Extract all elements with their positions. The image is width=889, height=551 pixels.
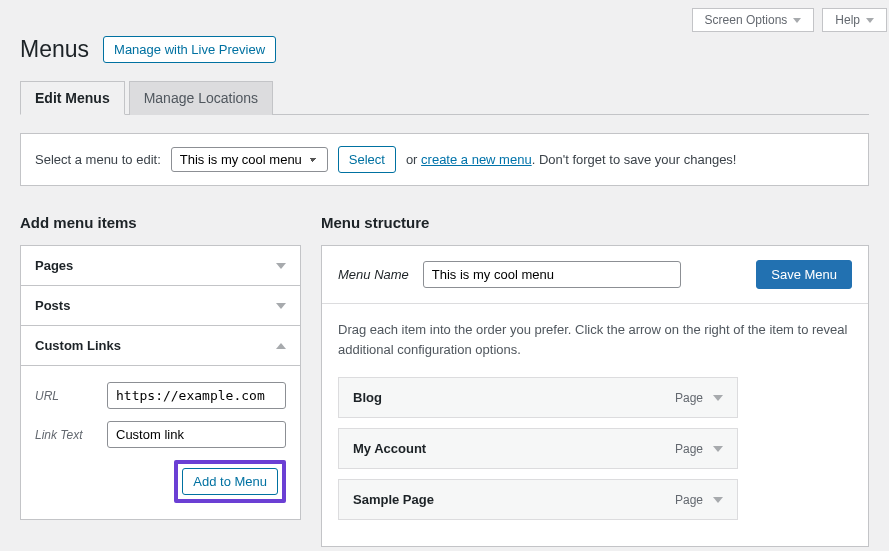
chevron-down-icon <box>276 263 286 269</box>
menu-select-bar: Select a menu to edit: This is my cool m… <box>20 133 869 186</box>
save-menu-button[interactable]: Save Menu <box>756 260 852 289</box>
menu-item-title: Blog <box>353 390 382 405</box>
menu-item-title: Sample Page <box>353 492 434 507</box>
link-text-label: Link Text <box>35 428 107 442</box>
tab-manage-locations[interactable]: Manage Locations <box>129 81 273 115</box>
menu-structure-heading: Menu structure <box>321 214 869 231</box>
url-label: URL <box>35 389 107 403</box>
link-text-input[interactable] <box>107 421 286 448</box>
menu-select[interactable]: This is my cool menu <box>171 147 328 172</box>
create-menu-link[interactable]: create a new menu <box>421 152 532 167</box>
menu-item-title: My Account <box>353 441 426 456</box>
menu-item[interactable]: Sample Page Page <box>338 479 738 520</box>
page-title: Menus <box>20 36 89 63</box>
panel-posts[interactable]: Posts <box>21 286 300 326</box>
help-button[interactable]: Help <box>822 8 887 32</box>
menu-name-input[interactable] <box>423 261 681 288</box>
instructions-text: Drag each item into the order you prefer… <box>338 320 852 359</box>
panel-custom-links[interactable]: Custom Links <box>21 326 300 366</box>
menu-item[interactable]: Blog Page <box>338 377 738 418</box>
chevron-up-icon <box>276 343 286 349</box>
panel-pages[interactable]: Pages <box>21 246 300 286</box>
chevron-down-icon <box>866 18 874 23</box>
tabs: Edit Menus Manage Locations <box>20 81 869 115</box>
tab-edit-menus[interactable]: Edit Menus <box>20 81 125 115</box>
select-menu-label: Select a menu to edit: <box>35 152 161 167</box>
select-button[interactable]: Select <box>338 146 396 173</box>
chevron-down-icon <box>793 18 801 23</box>
add-items-heading: Add menu items <box>20 214 301 231</box>
chevron-down-icon <box>713 395 723 401</box>
screen-options-button[interactable]: Screen Options <box>692 8 815 32</box>
live-preview-button[interactable]: Manage with Live Preview <box>103 36 276 63</box>
add-to-menu-button[interactable]: Add to Menu <box>182 468 278 495</box>
chevron-down-icon <box>276 303 286 309</box>
add-to-menu-highlight: Add to Menu <box>174 460 286 503</box>
url-input[interactable] <box>107 382 286 409</box>
chevron-down-icon <box>713 497 723 503</box>
panel-custom-links-body: URL Link Text Add to Menu <box>21 366 300 520</box>
chevron-down-icon <box>713 446 723 452</box>
menu-item[interactable]: My Account Page <box>338 428 738 469</box>
menu-name-label: Menu Name <box>338 267 409 282</box>
